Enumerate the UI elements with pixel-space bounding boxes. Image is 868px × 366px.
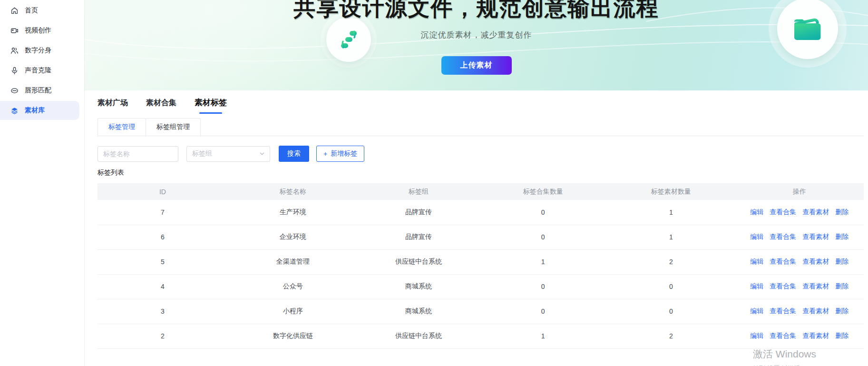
cell-id: 6 — [98, 225, 228, 249]
delete-link[interactable]: 删除 — [835, 257, 848, 266]
tab-label: 素材合集 — [146, 98, 176, 108]
tag-group-select[interactable]: 标签组 — [186, 146, 270, 162]
cell-material-count: 1 — [607, 200, 735, 225]
view-materials-link[interactable]: 查看素材 — [802, 257, 829, 266]
microphone-icon — [10, 67, 19, 75]
sidebar-item-video-creation[interactable]: 视频创作 — [0, 21, 84, 40]
table-row: 4 公众号 商城系统 0 0 编辑 查看合集 查看素材 删除 — [98, 274, 864, 299]
delete-link[interactable]: 删除 — [835, 233, 848, 241]
hero-title: 共享设计源文件，规范创意输出流程 — [294, 0, 659, 23]
home-icon — [10, 7, 19, 15]
sidebar-item-label: 声音克隆 — [25, 66, 51, 75]
sidebar-item-digital-avatar[interactable]: 数字分身 — [0, 41, 84, 60]
cell-tag-group: 品牌宣传 — [358, 200, 479, 225]
delete-link[interactable]: 删除 — [835, 208, 848, 217]
main-content: 素材广场 素材合集 素材标签 标签管理 标签组管理 标签组 搜索 + 新增标签 … — [85, 90, 868, 366]
cell-tag-name: 数字化供应链 — [228, 324, 358, 348]
cell-tag-group: 供应链中台系统 — [358, 324, 479, 348]
cell-id: 4 — [98, 274, 228, 299]
cell-collection-count: 0 — [479, 299, 607, 324]
sidebar-item-label: 素材库 — [25, 106, 45, 115]
hero-subtitle: 沉淀优质素材，减少重复创作 — [421, 30, 532, 40]
tab-underline — [199, 112, 222, 114]
col-material-count: 标签素材数量 — [607, 183, 735, 200]
delete-link[interactable]: 删除 — [835, 332, 848, 340]
view-collections-link[interactable]: 查看合集 — [770, 257, 796, 266]
subtab-tag-group-management[interactable]: 标签组管理 — [146, 118, 201, 136]
col-actions: 操作 — [735, 183, 864, 200]
table-row: 6 企业环境 品牌宣传 0 1 编辑 查看合集 查看素材 删除 — [98, 225, 864, 249]
chevron-down-icon — [260, 151, 264, 156]
delete-link[interactable]: 删除 — [835, 307, 848, 316]
view-materials-link[interactable]: 查看素材 — [802, 282, 829, 291]
filter-toolbar: 标签组 搜索 + 新增标签 — [98, 146, 864, 162]
select-placeholder: 标签组 — [192, 149, 212, 158]
col-collection-count: 标签合集数量 — [479, 183, 607, 200]
list-title: 标签列表 — [98, 168, 864, 177]
edit-link[interactable]: 编辑 — [750, 332, 763, 340]
subtab-tag-management[interactable]: 标签管理 — [98, 118, 146, 136]
cell-material-count: 2 — [607, 249, 735, 274]
col-tag-name: 标签名称 — [228, 183, 358, 200]
cell-material-count: 1 — [607, 225, 735, 249]
tag-name-input[interactable] — [98, 146, 178, 162]
hero-banner: 共享设计源文件，规范创意输出流程 沉淀优质素材，减少重复创作 上传素材 — [85, 0, 868, 90]
tab-label: 素材标签 — [195, 97, 227, 108]
view-materials-link[interactable]: 查看素材 — [802, 233, 829, 241]
edit-link[interactable]: 编辑 — [750, 307, 763, 316]
sidebar-item-label: 唇形匹配 — [25, 86, 51, 95]
sidebar-item-lip-sync[interactable]: 唇形匹配 — [0, 81, 84, 100]
cell-actions: 编辑 查看合集 查看素材 删除 — [735, 299, 864, 324]
cell-id: 2 — [98, 324, 228, 348]
view-collections-link[interactable]: 查看合集 — [770, 307, 796, 316]
cell-actions: 编辑 查看合集 查看素材 删除 — [735, 200, 864, 225]
cell-tag-group: 商城系统 — [358, 299, 479, 324]
tab-material-tags[interactable]: 素材标签 — [195, 97, 227, 114]
delete-link[interactable]: 删除 — [835, 282, 848, 291]
edit-link[interactable]: 编辑 — [750, 257, 763, 266]
add-tag-label: 新增标签 — [331, 149, 357, 158]
sidebar-item-voice-clone[interactable]: 声音克隆 — [0, 61, 84, 80]
cell-id: 7 — [98, 200, 228, 225]
search-button[interactable]: 搜索 — [279, 146, 309, 162]
edit-link[interactable]: 编辑 — [750, 282, 763, 291]
cell-tag-group: 商城系统 — [358, 274, 479, 299]
cell-actions: 编辑 查看合集 查看素材 删除 — [735, 324, 864, 348]
tab-label: 素材广场 — [98, 98, 128, 108]
tab-material-collections[interactable]: 素材合集 — [146, 98, 176, 114]
view-collections-link[interactable]: 查看合集 — [770, 233, 796, 241]
sidebar-item-home[interactable]: 首页 — [0, 1, 84, 20]
cell-tag-group: 品牌宣传 — [358, 225, 479, 249]
cell-tag-name: 小程序 — [228, 299, 358, 324]
cell-tag-name: 生产环境 — [228, 200, 358, 225]
cell-collection-count: 0 — [479, 225, 607, 249]
layers-icon — [10, 107, 19, 115]
view-collections-link[interactable]: 查看合集 — [770, 282, 796, 291]
view-materials-link[interactable]: 查看素材 — [802, 332, 829, 340]
cell-id: 5 — [98, 249, 228, 274]
edit-link[interactable]: 编辑 — [750, 233, 763, 241]
upload-material-button[interactable]: 上传素材 — [441, 56, 512, 75]
cell-material-count: 0 — [607, 299, 735, 324]
view-collections-link[interactable]: 查看合集 — [770, 332, 796, 340]
tag-table-body: 7 生产环境 品牌宣传 0 1 编辑 查看合集 查看素材 删除 6 企业环境 品… — [98, 200, 864, 348]
cell-actions: 编辑 查看合集 查看素材 删除 — [735, 225, 864, 249]
sidebar-item-material-library[interactable]: 素材库 — [0, 101, 79, 120]
cell-collection-count: 1 — [479, 324, 607, 348]
cell-material-count: 0 — [607, 274, 735, 299]
cell-material-count: 2 — [607, 324, 735, 348]
view-materials-link[interactable]: 查看素材 — [802, 208, 829, 217]
sidebar-item-label: 视频创作 — [25, 26, 51, 35]
table-row: 2 数字化供应链 供应链中台系统 1 2 编辑 查看合集 查看素材 删除 — [98, 324, 864, 348]
view-collections-link[interactable]: 查看合集 — [770, 208, 796, 217]
tab-material-plaza[interactable]: 素材广场 — [98, 98, 128, 114]
lips-icon — [10, 87, 19, 95]
edit-link[interactable]: 编辑 — [750, 208, 763, 217]
cell-tag-name: 企业环境 — [228, 225, 358, 249]
add-tag-button[interactable]: + 新增标签 — [316, 146, 364, 162]
view-materials-link[interactable]: 查看素材 — [802, 307, 829, 316]
cell-tag-group: 供应链中台系统 — [358, 249, 479, 274]
sidebar: 首页 视频创作 数字分身 声音克隆 唇形匹配 — [0, 0, 85, 366]
col-id: ID — [98, 183, 228, 200]
video-icon — [10, 27, 19, 35]
